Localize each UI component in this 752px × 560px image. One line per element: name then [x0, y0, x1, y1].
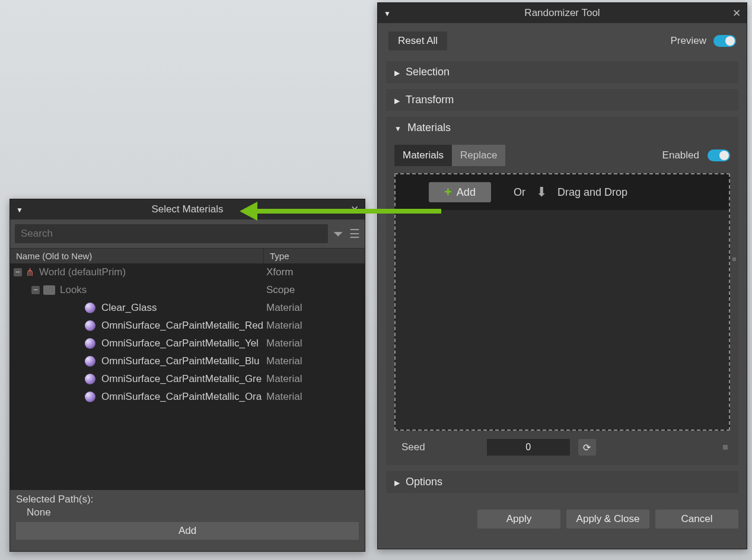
cancel-button[interactable]: Cancel [655, 510, 738, 529]
material-icon [85, 356, 95, 367]
material-tree[interactable]: –⋔World (defaultPrim)Xform–LooksScopeCle… [10, 263, 365, 490]
or-label: Or [514, 186, 525, 199]
dragdrop-label: Drag and Drop [557, 186, 627, 199]
section-materials: Materials Materials Replace Enabled + A [386, 117, 738, 465]
add-selected-button[interactable]: Add [16, 522, 359, 540]
section-selection: Selection [386, 61, 738, 83]
tab-materials[interactable]: Materials [394, 145, 452, 166]
material-icon [85, 392, 95, 402]
tree-row-type: Material [264, 320, 365, 332]
tree-row[interactable]: OmniSurface_CarPaintMetallic_OraMaterial [10, 388, 365, 406]
selected-paths-label: Selected Path(s): [16, 494, 359, 505]
section-options: Options [386, 471, 738, 493]
download-icon: ⬇ [536, 184, 547, 200]
column-type[interactable]: Type [264, 249, 365, 263]
preview-toggle[interactable] [713, 35, 736, 47]
select-materials-titlebar[interactable]: Select Materials ✕ [10, 199, 365, 219]
panel-title: Select Materials [152, 203, 224, 215]
section-transform-header[interactable]: Transform [386, 89, 738, 111]
tree-row[interactable]: OmniSurface_CarPaintMetallic_RedMaterial [10, 317, 365, 335]
tree-row-name: OmniSurface_CarPaintMetallic_Red [101, 320, 263, 332]
apply-close-button[interactable]: Apply & Close [566, 510, 649, 529]
tab-replace[interactable]: Replace [452, 145, 505, 166]
randomizer-titlebar[interactable]: Randomizer Tool ✕ [378, 3, 747, 23]
tree-row-type: Xform [264, 266, 365, 278]
material-icon [85, 320, 95, 331]
section-label: Selection [406, 66, 450, 78]
collapse-icon[interactable]: – [31, 286, 40, 294]
tree-row[interactable]: –⋔World (defaultPrim)Xform [10, 263, 365, 281]
tree-row-name: OmniSurface_CarPaintMetallic_Ora [101, 391, 262, 403]
menu-icon[interactable]: ☰ [349, 227, 360, 241]
filter-icon[interactable]: ⏷ [333, 227, 345, 241]
enabled-label: Enabled [662, 149, 699, 161]
preview-label: Preview [671, 35, 706, 47]
chevron-right-icon [394, 478, 400, 487]
selected-paths-value: None [16, 507, 359, 518]
apply-button[interactable]: Apply [477, 510, 560, 529]
plus-icon: + [444, 186, 452, 199]
tree-row-type: Material [264, 338, 365, 349]
material-icon [85, 338, 95, 349]
add-button[interactable]: + Add [429, 182, 491, 202]
seed-label: Seed [402, 441, 425, 453]
panel-disclosure-icon[interactable] [16, 203, 23, 215]
close-icon[interactable]: ✕ [350, 203, 359, 216]
tree-header[interactable]: Name (Old to New) Type [10, 248, 365, 263]
section-label: Transform [406, 94, 454, 106]
tree-row-type: Scope [264, 284, 365, 296]
add-button-label: Add [457, 186, 476, 199]
section-label: Materials [407, 122, 451, 134]
reset-all-button[interactable]: Reset All [388, 31, 447, 50]
collapse-icon[interactable]: – [14, 268, 22, 276]
close-icon[interactable]: ✕ [732, 7, 741, 20]
tree-row[interactable]: OmniSurface_CarPaintMetallic_BluMaterial [10, 352, 365, 370]
section-transform: Transform [386, 89, 738, 111]
tree-row-name: Looks [60, 284, 87, 296]
material-icon [85, 374, 95, 384]
chevron-right-icon [394, 96, 400, 105]
select-materials-panel: Select Materials ✕ ⏷ ☰ Name (Old to New)… [9, 199, 365, 552]
search-input[interactable] [15, 224, 328, 243]
seed-slider[interactable] [607, 446, 728, 448]
tree-row[interactable]: OmniSurface_CarPaintMetallic_GreMaterial [10, 370, 365, 388]
tree-row-name: OmniSurface_CarPaintMetallic_Blu [101, 355, 259, 367]
panel-disclosure-icon[interactable] [384, 7, 391, 19]
material-icon [85, 303, 95, 313]
panel-title: Randomizer Tool [524, 7, 600, 19]
column-name[interactable]: Name (Old to New) [10, 249, 264, 263]
tree-row[interactable]: OmniSurface_CarPaintMetallic_YelMaterial [10, 335, 365, 352]
world-icon: ⋔ [26, 266, 34, 279]
seed-input[interactable] [487, 439, 570, 456]
materials-dropzone[interactable]: + Add Or ⬇ Drag and Drop [394, 173, 730, 431]
tree-row[interactable]: Clear_GlassMaterial [10, 299, 365, 317]
scrollbar-handle[interactable] [732, 257, 736, 261]
tree-row-type: Material [264, 391, 365, 403]
materials-list [396, 210, 729, 429]
tree-row[interactable]: –LooksScope [10, 281, 365, 299]
section-options-header[interactable]: Options [386, 471, 738, 493]
section-materials-header[interactable]: Materials [386, 117, 738, 139]
tree-row-type: Material [264, 373, 365, 385]
tree-row-type: Material [264, 355, 365, 367]
randomizer-panel: Randomizer Tool ✕ Reset All Preview Sele… [377, 2, 747, 549]
tree-row-name: Clear_Glass [101, 302, 157, 314]
section-label: Options [406, 476, 442, 488]
tree-row-name: World (defaultPrim) [39, 266, 126, 278]
tree-row-type: Material [264, 302, 365, 314]
section-selection-header[interactable]: Selection [386, 61, 738, 83]
tree-row-name: OmniSurface_CarPaintMetallic_Gre [101, 373, 262, 385]
chevron-down-icon [394, 123, 402, 133]
seed-refresh-button[interactable]: ⟳ [578, 439, 596, 456]
tree-row-name: OmniSurface_CarPaintMetallic_Yel [101, 338, 259, 349]
chevron-right-icon [394, 68, 400, 77]
folder-icon [43, 285, 55, 295]
materials-enabled-toggle[interactable] [708, 149, 730, 161]
